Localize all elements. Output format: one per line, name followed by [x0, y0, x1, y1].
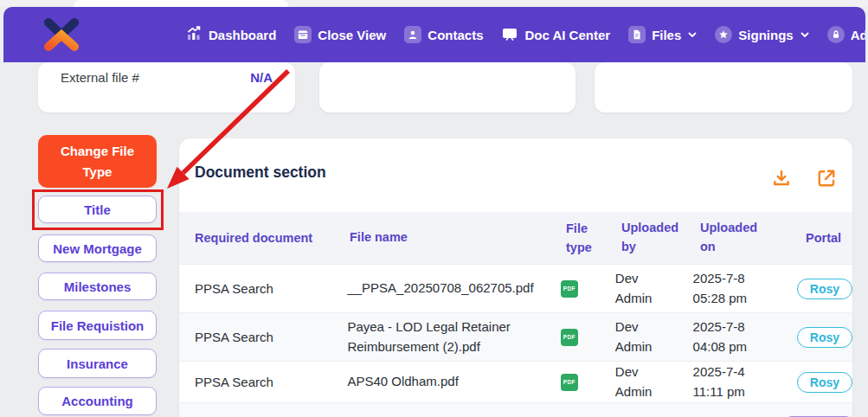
nav-close-view[interactable]: Close View [294, 26, 386, 43]
cell-portal: Rosy [797, 279, 852, 299]
nav-label: Admin [851, 28, 865, 42]
table-row[interactable]: PPSA Search APS40 Oldham.pdf PDF Dev Adm… [179, 361, 852, 402]
col-file-type: File type [566, 219, 621, 258]
chart-icon [185, 25, 203, 45]
nav-dashboard[interactable]: Dashboard [185, 25, 276, 45]
documents-table: Required document File name File type Up… [179, 212, 852, 417]
external-file-label: External file # [61, 70, 139, 112]
board-icon [501, 25, 518, 45]
nav-label: Contacts [428, 28, 483, 42]
sidebar-item-milestones[interactable]: Milestones [38, 273, 157, 300]
col-portal: Portal [806, 228, 852, 247]
document-section-title: Document section [195, 164, 326, 182]
nav-label: Close View [318, 28, 386, 42]
nav-contacts[interactable]: Contacts [404, 26, 483, 43]
cell-uploaded-on: 2025-7-4 [683, 412, 785, 417]
table-row[interactable]: PPSA Search __PPSA_20250708_062705.pdf P… [179, 264, 852, 312]
lock-icon [827, 26, 845, 43]
pdf-file-icon[interactable]: PDF [561, 329, 578, 346]
document-section-card: Document section Required document File … [179, 138, 852, 417]
main-nav: Dashboard Close View Contacts [185, 7, 865, 62]
cell-file-type: PDF [561, 374, 615, 391]
download-icon[interactable] [770, 167, 793, 189]
cell-portal: Rosy [797, 372, 852, 393]
cell-file-name: __PPSA_20250708_062705.pdf [347, 279, 560, 298]
col-uploaded-by: Uploaded by [621, 219, 700, 257]
cell-portal: Rosy [797, 327, 852, 348]
info-card-middle [319, 62, 575, 112]
table-row[interactable]: Dev 2025-7-4 [179, 402, 852, 417]
cell-file-type: PDF [561, 280, 615, 298]
table-header-row: Required document File name File type Up… [179, 212, 852, 264]
col-uploaded-on: Uploaded on [700, 219, 806, 257]
cell-uploaded-on: 2025-7-411:11 pm [693, 362, 797, 401]
nav-label: Files [652, 28, 681, 42]
nav-doc-ai-center[interactable]: Doc AI Center [501, 25, 610, 45]
cell-uploaded-by: Dev Admin [615, 318, 693, 356]
nav-label: Signings [738, 28, 793, 42]
cell-file-name: APS40 Oldham.pdf [347, 372, 560, 392]
cell-file-type: PDF [561, 329, 615, 346]
external-file-value: N/A [250, 70, 273, 112]
calendar-icon [294, 26, 312, 43]
nav-files[interactable]: Files [628, 26, 697, 43]
sidebar-item-file-requistion[interactable]: File Requistion [38, 311, 157, 340]
sidebar-item-new-mortgage[interactable]: New Mortgage [38, 234, 157, 262]
info-card-right [595, 62, 852, 112]
portal-badge: Rosy [797, 372, 852, 393]
star-icon [715, 26, 732, 43]
cell-uploaded-on: 2025-7-805:28 pm [693, 269, 797, 308]
file-icon [628, 26, 646, 43]
portal-badge: Rosy [797, 327, 852, 348]
cell-uploaded-by: Dev Admin [615, 269, 693, 308]
nav-label: Dashboard [209, 28, 276, 42]
cell-required-document: PPSA Search [179, 281, 347, 296]
cell-portal [785, 412, 852, 417]
cell-file-name: Payea - LOD Legal Retainer Reimbursement… [347, 318, 560, 356]
open-external-icon[interactable] [815, 167, 838, 189]
chevron-down-icon [800, 32, 809, 38]
window-top-tab [74, 0, 288, 7]
cell-required-document: PPSA Search [179, 330, 347, 344]
nav-admin[interactable]: Admin [827, 26, 865, 43]
nav-signings[interactable]: Signings [715, 26, 808, 43]
person-icon [404, 26, 421, 43]
nav-label: Doc AI Center [524, 28, 610, 42]
portal-badge: Rosy [797, 279, 852, 299]
sidebar-item-title[interactable]: Title [38, 196, 157, 223]
cell-uploaded-by: Dev Admin [615, 362, 693, 401]
document-actions [770, 167, 838, 189]
col-required-document: Required document [179, 228, 350, 247]
table-row[interactable]: PPSA Search Payea - LOD Legal Retainer R… [179, 312, 852, 361]
app-logo-icon[interactable] [42, 16, 81, 53]
cell-uploaded-by: Dev [607, 412, 683, 417]
change-file-type-button[interactable]: Change File Type [38, 135, 157, 188]
cell-uploaded-on: 2025-7-804:08 pm [693, 318, 797, 356]
pdf-file-icon[interactable]: PDF [561, 374, 578, 391]
sidebar-item-insurance[interactable]: Insurance [38, 349, 157, 378]
chevron-down-icon [688, 32, 697, 38]
window-top-strip [0, 0, 868, 7]
col-file-name: File name [350, 228, 566, 247]
cell-required-document: PPSA Search [179, 375, 347, 389]
top-navbar: Dashboard Close View Contacts [3, 7, 865, 62]
sidebar-item-accounting[interactable]: Accounting [38, 387, 157, 415]
external-file-card: External file # N/A [38, 62, 295, 112]
pdf-file-icon[interactable]: PDF [561, 280, 578, 298]
